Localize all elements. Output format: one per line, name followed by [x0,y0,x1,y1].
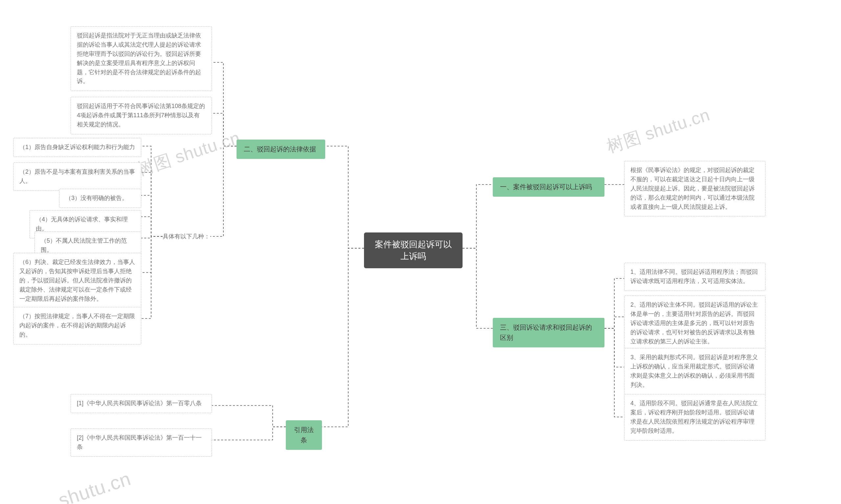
section-2-intro-1: 驳回起诉是指法院对于无正当理由或缺乏法律依据的诉讼当事人或其法定代理人提起的诉讼… [71,26,212,91]
reference-1: [1]《中华人民共和国民事诉讼法》第一百零八条 [71,394,212,413]
root-label: 案件被驳回起诉可以上诉吗 [375,239,452,261]
section-3-item-4: 4、适用阶段不同。驳回起诉通常是在人民法院立案后，诉讼程序刚开始阶段时适用。驳回… [624,394,766,440]
sub-item-6: （6）判决、裁定已经发生法律效力，当事人又起诉的，告知其按申诉处理后当事人拒绝的… [13,253,141,308]
mindmap-root[interactable]: 案件被驳回起诉可以上诉吗 [364,232,462,268]
section-3-item-1: 1、适用法律不同。驳回起诉适用程序法；而驳回诉讼请求既可适用程序法，又可适用实体… [624,263,766,291]
section-2-label: 二、驳回起诉的法律依据 [244,145,316,153]
section-1-title[interactable]: 一、案件被驳回起诉可以上诉吗 [493,177,605,197]
sub-item-3: （3）没有明确的被告。 [59,189,141,208]
section-2-sub-title: 具体有以下几种： [163,232,210,241]
watermark: shutu.cn [55,467,134,504]
references-title[interactable]: 引用法条 [286,420,322,450]
section-3-item-2: 2、适用的诉讼主体不同。驳回起诉适用的诉讼主体是单一的，主要适用针对原告的起诉。… [624,295,766,351]
section-2-title[interactable]: 二、驳回起诉的法律依据 [236,140,325,159]
watermark: 树图 shutu.cn [604,102,716,158]
section-3-title[interactable]: 三、驳回诉讼请求和驳回起诉的区别 [493,318,605,347]
section-2-intro-2: 驳回起诉适用于不符合民事诉讼法第108条规定的4项起诉条件或属于第111条所列7… [71,97,212,134]
sub-item-1: （1）原告自身缺乏诉讼权利能力和行为能力 [13,138,141,157]
sub-item-2: （2）原告不是与本案有直接利害关系的当事人。 [13,163,141,191]
reference-2: [2]《中华人民共和国民事诉讼法》第一百一十一条 [71,429,212,457]
section-1-label: 一、案件被驳回起诉可以上诉吗 [500,183,592,191]
references-label: 引用法条 [294,426,314,444]
sub-item-7: （7）按照法律规定，当事人不得在一定期限内起诉的案件，在不得起诉的期限内起诉的。 [13,307,141,344]
section-3-label: 三、驳回诉讼请求和驳回起诉的区别 [500,324,592,341]
section-3-item-3: 3、采用的裁判形式不同。驳回起诉是对程序意义上诉权的确认，应当采用裁定形式。驳回… [624,348,766,395]
section-1-leaf: 根据《民事诉讼法》的规定，对驳回起诉的裁定不服的，可以在裁定送达之日起十日内向上… [624,161,766,216]
